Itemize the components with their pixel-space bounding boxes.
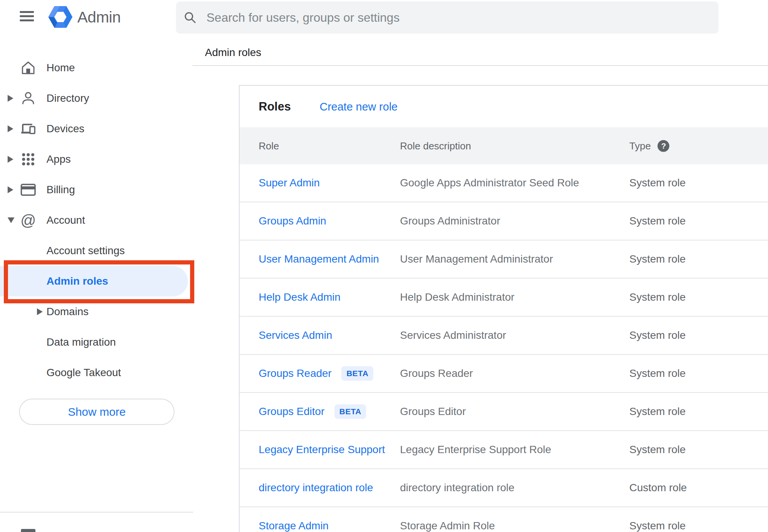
sidebar-item-admin-roles[interactable]: Admin roles — [0, 266, 188, 296]
breadcrumb-divider — [192, 65, 768, 66]
role-link[interactable]: Groups Reader — [259, 367, 331, 380]
table-row: Storage Admin Storage Admin Role System … — [240, 507, 768, 532]
sidebar-item-directory[interactable]: Directory — [0, 83, 193, 114]
create-new-role-link[interactable]: Create new role — [320, 100, 398, 113]
beta-badge: BETA — [334, 404, 366, 419]
role-cell: Storage Admin — [259, 520, 329, 532]
table-row: Super Admin Google Apps Administrator Se… — [240, 164, 768, 202]
hamburger-menu-icon[interactable] — [20, 11, 34, 21]
role-type-cell: System role — [629, 367, 686, 380]
role-cell: Groups Reader BETA — [259, 366, 373, 381]
role-cell: directory integration role — [259, 482, 373, 494]
role-type-cell: System role — [629, 215, 686, 227]
column-header-type: Type ? — [629, 140, 669, 152]
sidebar-item-home[interactable]: Home — [0, 53, 193, 83]
role-description-cell: Legacy Enterprise Support Role — [400, 444, 551, 456]
sidebar-item-data-migration[interactable]: Data migration — [0, 327, 193, 357]
table-row: Services Admin Services Administrator Sy… — [240, 317, 768, 355]
role-link[interactable]: Services Admin — [259, 329, 332, 341]
sidebar-item-label: Apps — [46, 153, 71, 165]
role-description-cell: Groups Administrator — [400, 215, 500, 227]
help-icon[interactable]: ? — [658, 140, 669, 152]
expand-arrow-icon[interactable] — [8, 95, 13, 102]
sidebar-item-domains[interactable]: Domains — [0, 296, 193, 327]
role-link[interactable]: Help Desk Admin — [259, 291, 341, 303]
sidebar-item-account[interactable]: @ Account — [0, 205, 193, 236]
role-link[interactable]: Groups Admin — [259, 215, 326, 227]
role-cell: Groups Editor BETA — [259, 404, 366, 419]
role-description-cell: Help Desk Administrator — [400, 291, 514, 303]
apps-grid-icon — [21, 152, 36, 167]
at-sign-icon: @ — [21, 213, 36, 228]
role-cell: Help Desk Admin — [259, 291, 341, 303]
show-more-button[interactable]: Show more — [19, 399, 174, 425]
role-type-cell: System role — [629, 405, 686, 418]
role-link[interactable]: directory integration role — [259, 482, 373, 494]
table-row: User Management Admin User Management Ad… — [240, 240, 768, 279]
sidebar-item-label: Directory — [46, 92, 89, 104]
search-input[interactable]: Search for users, groups or settings — [176, 2, 718, 34]
expand-arrow-icon[interactable] — [8, 125, 13, 132]
role-description-cell: directory integration role — [400, 482, 514, 494]
table-row: Legacy Enterprise Support Legacy Enterpr… — [240, 431, 768, 469]
expand-arrow-icon[interactable] — [8, 156, 13, 163]
role-link[interactable]: Groups Editor — [259, 405, 325, 418]
role-description-cell: Google Apps Administrator Seed Role — [400, 177, 579, 189]
search-icon — [184, 11, 197, 24]
search-placeholder: Search for users, groups or settings — [206, 11, 400, 25]
sidebar-item-label: Home — [46, 62, 75, 74]
role-link[interactable]: Storage Admin — [259, 520, 329, 532]
roles-card-titlebar: Roles Create new role — [240, 86, 768, 127]
role-description-cell: User Management Administrator — [400, 253, 553, 265]
role-cell: Services Admin — [259, 329, 332, 341]
role-type-cell: System role — [629, 329, 686, 341]
role-description-cell: Groups Editor — [400, 405, 466, 418]
sidebar-item-apps[interactable]: Apps — [0, 144, 193, 175]
sidebar-nav: Home Directory Devices Apps Billing @ Ac… — [0, 53, 193, 388]
hamburger-bar — [20, 15, 34, 17]
role-type-cell: System role — [629, 444, 686, 456]
expand-arrow-icon[interactable] — [8, 218, 14, 223]
column-header-type-label: Type — [629, 140, 651, 152]
devices-icon — [21, 121, 36, 136]
roles-table-body: Super Admin Google Apps Administrator Se… — [240, 164, 768, 532]
role-cell: Groups Admin — [259, 215, 326, 227]
role-link[interactable]: Legacy Enterprise Support — [259, 444, 385, 456]
table-row: Groups Reader BETA Groups Reader System … — [240, 355, 768, 393]
sidebar-item-google-takeout[interactable]: Google Takeout — [0, 357, 193, 388]
sidebar-item-label: Account — [46, 214, 85, 226]
breadcrumb: Admin roles — [205, 46, 261, 59]
beta-badge: BETA — [341, 366, 373, 381]
expand-arrow-icon[interactable] — [8, 186, 13, 193]
role-link[interactable]: Super Admin — [259, 177, 320, 189]
roles-card-title: Roles — [259, 100, 291, 114]
sidebar-item-devices[interactable]: Devices — [0, 114, 193, 144]
role-link[interactable]: User Management Admin — [259, 253, 379, 265]
role-description-cell: Storage Admin Role — [400, 520, 495, 532]
admin-logo-text: Admin — [77, 8, 121, 26]
role-cell: User Management Admin — [259, 253, 379, 265]
sidebar-item-label: Billing — [46, 184, 75, 196]
role-type-cell: System role — [629, 253, 686, 265]
google-admin-console: { "header": { "menu_icon": "hamburger-ic… — [0, 0, 768, 532]
sidebar-item-billing[interactable]: Billing — [0, 175, 193, 205]
sidebar-item-account-settings[interactable]: Account settings — [0, 236, 193, 266]
hamburger-bar — [20, 19, 34, 21]
table-row: Groups Admin Groups Administrator System… — [240, 202, 768, 240]
role-type-cell: System role — [629, 177, 686, 189]
sidebar-subitem-label: Domains — [46, 306, 88, 318]
home-icon — [21, 60, 36, 75]
roles-card: Roles Create new role Role Role descript… — [239, 85, 768, 532]
admin-hexagon-logo — [48, 6, 72, 28]
sidebar-item-label: Devices — [46, 123, 85, 135]
feedback-icon[interactable] — [21, 529, 35, 532]
roles-table-header: Role Role description Type ? — [240, 127, 768, 164]
column-header-description: Role description — [400, 140, 471, 152]
person-icon — [21, 91, 36, 106]
credit-card-icon — [21, 182, 36, 197]
table-row: directory integration role directory int… — [240, 469, 768, 507]
role-type-cell: Custom role — [629, 482, 687, 494]
expand-arrow-icon[interactable] — [37, 308, 43, 315]
role-cell: Legacy Enterprise Support — [259, 444, 385, 456]
sidebar-subitem-label: Google Takeout — [46, 367, 121, 379]
